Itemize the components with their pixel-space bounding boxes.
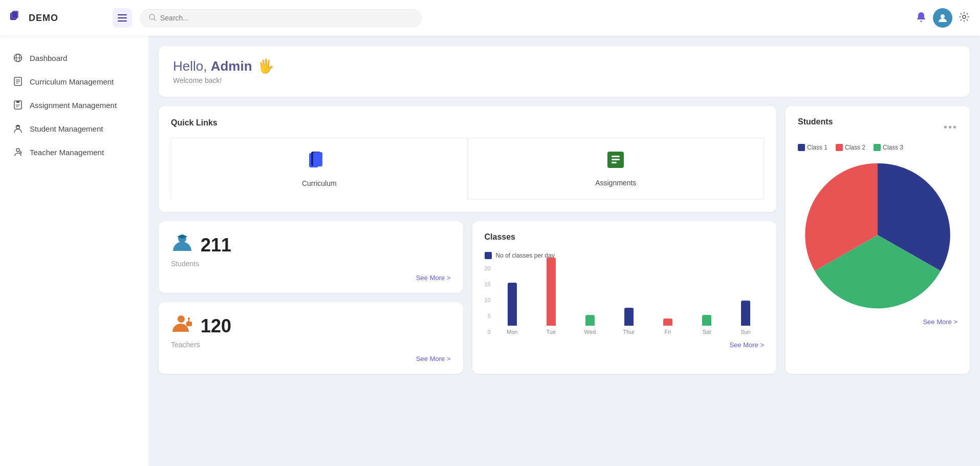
quick-links-grid: Curriculum Assignmen <box>171 138 764 200</box>
svg-point-6 <box>941 14 945 18</box>
students-label: Students <box>171 260 451 268</box>
sidebar-item-student[interactable]: Student Management <box>0 117 148 140</box>
hamburger-icon <box>118 14 127 22</box>
students-stat-top: 211 <box>171 232 451 258</box>
students-see-more[interactable]: See More > <box>171 274 451 282</box>
svg-line-4 <box>154 19 156 20</box>
sidebar-label-student: Student Management <box>30 124 103 133</box>
teachers-stat-top: 120 <box>171 313 451 338</box>
svg-rect-21 <box>19 152 22 154</box>
bar-sat-fill <box>702 315 711 326</box>
svg-rect-28 <box>612 159 620 160</box>
logo-area: DEMO <box>10 11 113 25</box>
sidebar-item-dashboard[interactable]: Dashboard <box>0 46 148 70</box>
bar-fri: Fri <box>649 319 686 335</box>
y-axis: 20 15 10 5 0 <box>485 265 491 335</box>
left-column: Quick Links Curriculum <box>159 106 776 374</box>
bar-sun: Sun <box>727 301 764 335</box>
bar-chart-container: 20 15 10 5 0 Mon <box>485 265 765 335</box>
wave-emoji: 🖐️ <box>257 58 274 74</box>
pie-chart-container <box>798 158 957 312</box>
teachers-see-more[interactable]: See More > <box>171 355 451 363</box>
search-container <box>140 9 422 27</box>
assignment-icon <box>12 100 24 110</box>
classes-chart-title: Classes <box>485 232 765 242</box>
students-chart-see-more[interactable]: See More > <box>798 318 957 326</box>
logo-icon <box>10 11 25 25</box>
pie-chart-svg <box>801 158 954 312</box>
notification-button[interactable] <box>916 11 927 25</box>
layout: Dashboard Curriculum Management <box>0 36 980 466</box>
legend-dot-class1 <box>798 144 805 151</box>
bar-tue-fill <box>547 258 556 326</box>
search-input[interactable] <box>160 14 413 22</box>
pie-legend: Class 1 Class 2 Class 3 <box>798 144 957 151</box>
svg-rect-29 <box>612 162 617 163</box>
teachers-stat-card: 120 Teachers See More > <box>159 302 463 374</box>
app-title: DEMO <box>29 13 58 24</box>
quick-links-card: Quick Links Curriculum <box>159 106 776 212</box>
sidebar-label-dashboard: Dashboard <box>30 54 67 62</box>
svg-point-7 <box>963 15 966 18</box>
svg-point-31 <box>178 315 185 323</box>
stats-column: 211 Students See More > <box>159 221 463 374</box>
svg-rect-2 <box>12 11 18 18</box>
students-stat-icon <box>171 232 193 258</box>
legend-class2: Class 2 <box>836 144 865 151</box>
sidebar-item-teacher[interactable]: Teacher Management <box>0 140 148 164</box>
quick-links-title: Quick Links <box>171 118 764 128</box>
welcome-greeting: Hello, Admin <box>173 58 252 74</box>
admin-name: Admin <box>211 58 252 74</box>
sidebar-item-curriculum[interactable]: Curriculum Management <box>0 70 148 93</box>
bar-mon-fill <box>508 283 517 326</box>
teachers-label: Teachers <box>171 341 451 349</box>
header-actions <box>916 8 970 28</box>
svg-rect-16 <box>16 101 19 103</box>
welcome-subtitle: Welcome back! <box>173 76 955 84</box>
svg-rect-25 <box>313 152 322 166</box>
students-chart-title: Students <box>798 117 833 126</box>
book-icon <box>12 77 24 86</box>
settings-button[interactable] <box>959 11 970 25</box>
bar-sun-fill <box>741 301 750 326</box>
svg-point-5 <box>921 20 922 22</box>
svg-rect-27 <box>612 156 620 157</box>
teachers-count: 120 <box>201 315 231 337</box>
classes-chart-card: Classes No of classes per day 20 15 10 <box>472 221 777 374</box>
main-content: Hello, Admin 🖐️ Welcome back! Quick Link… <box>148 36 980 466</box>
search-box <box>140 9 422 27</box>
classes-legend-dot <box>485 252 492 259</box>
legend-label-class1: Class 1 <box>807 144 827 151</box>
curriculum-ql-label: Curriculum <box>302 179 337 187</box>
quick-link-assignments[interactable]: Assignments <box>468 138 765 200</box>
teacher-icon <box>12 147 24 157</box>
legend-dot-class3 <box>874 144 881 151</box>
bar-wed: Wed <box>572 315 608 335</box>
hamburger-button[interactable] <box>113 8 132 28</box>
legend-class3: Class 3 <box>874 144 903 151</box>
curriculum-ql-icon <box>308 151 331 174</box>
bar-wed-fill <box>585 315 595 326</box>
globe-icon <box>12 53 24 62</box>
quick-link-curriculum[interactable]: Curriculum <box>171 138 468 200</box>
students-count: 211 <box>201 235 231 256</box>
bar-mon: Mon <box>494 283 531 335</box>
sidebar-label-teacher: Teacher Management <box>30 148 104 157</box>
chart-legend: No of classes per day <box>485 252 765 259</box>
student-icon <box>12 124 24 133</box>
user-avatar-button[interactable] <box>933 8 952 28</box>
sidebar-label-curriculum: Curriculum Management <box>30 77 114 86</box>
students-chart-header: Students ••• <box>798 117 957 137</box>
sidebar-item-assignment[interactable]: Assignment Management <box>0 93 148 117</box>
teachers-stat-icon <box>171 313 193 338</box>
students-more-button[interactable]: ••• <box>944 121 957 133</box>
header: DEMO <box>0 0 980 36</box>
classes-see-more[interactable]: See More > <box>485 341 765 349</box>
assignments-ql-icon <box>605 151 626 174</box>
svg-rect-32 <box>186 322 192 326</box>
bar-tue: Tue <box>533 258 570 335</box>
svg-point-34 <box>188 317 190 320</box>
legend-label-class2: Class 2 <box>845 144 865 151</box>
bar-fri-fill <box>663 319 672 326</box>
students-stat-card: 211 Students See More > <box>159 221 463 293</box>
